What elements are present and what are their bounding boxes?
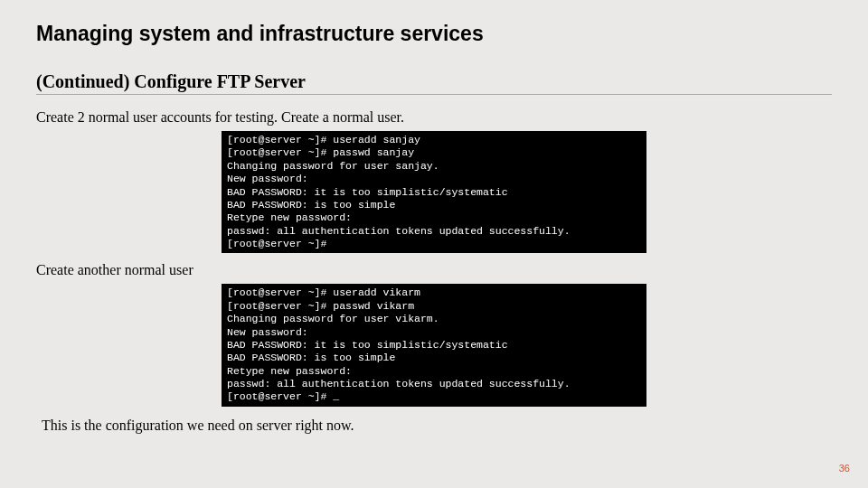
page-number: 36 [839, 463, 850, 474]
footer-text: This is the configuration we need on ser… [42, 418, 832, 434]
terminal-block-1: [root@server ~]# useradd sanjay [root@se… [222, 131, 646, 253]
body-text-2: Create another normal user [36, 262, 832, 278]
slide-title: Managing system and infrastructure servi… [36, 22, 832, 46]
section-heading: (Continued) Configure FTP Server [36, 71, 832, 95]
terminal-block-2: [root@server ~]# useradd vikarm [root@se… [222, 284, 646, 406]
body-text-1: Create 2 normal user accounts for testin… [36, 109, 832, 126]
